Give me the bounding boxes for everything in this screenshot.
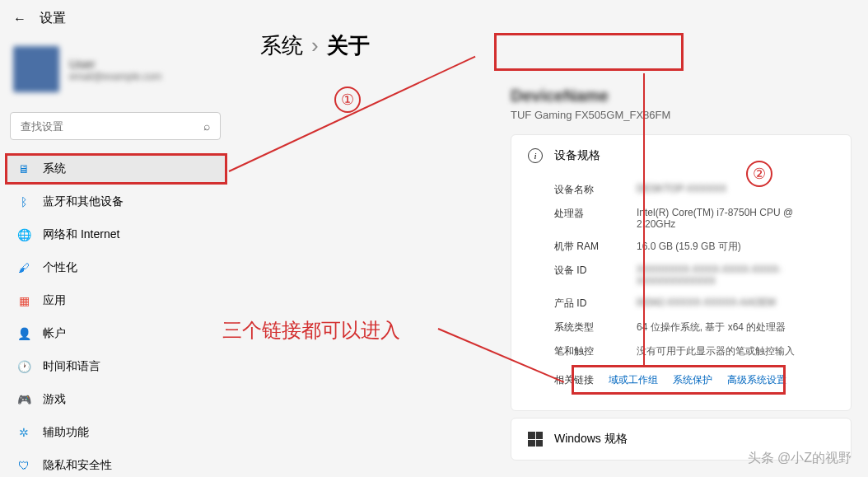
sidebar: User email@example.com ⌕ 🖥 系统 ᛒ 蓝牙和其他设备 … xyxy=(0,33,231,477)
user-info: User email@example.com xyxy=(69,57,161,82)
spec-value: 16.0 GB (15.9 GB 可用) xyxy=(637,240,834,254)
apps-icon: ▦ xyxy=(16,293,31,308)
spec-value: 00342-XXXXX-XXXXX-AAOEM xyxy=(637,297,834,311)
sidebar-item-accounts[interactable]: 👤 帐户 xyxy=(5,318,226,349)
sidebar-item-label: 蓝牙和其他设备 xyxy=(43,194,124,209)
sidebar-item-network[interactable]: 🌐 网络和 Internet xyxy=(5,219,226,250)
device-name-section: DeviceName TUF Gaming FX505GM_FX86FM xyxy=(511,80,852,134)
breadcrumb: 系统 › 关于 xyxy=(247,25,868,67)
sidebar-item-label: 隐私和安全性 xyxy=(43,458,112,473)
windows-icon xyxy=(528,432,543,447)
user-section[interactable]: User email@example.com xyxy=(0,33,231,105)
avatar xyxy=(13,46,59,92)
search-icon: ⌕ xyxy=(203,119,210,133)
spec-label: 笔和触控 xyxy=(554,344,637,358)
spec-value: XXXXXXXX-XXXX-XXXX-XXXX-XXXXXXXXXXXX xyxy=(637,264,834,287)
sidebar-item-time[interactable]: 🕐 时间和语言 xyxy=(5,351,226,382)
sidebar-item-label: 辅助功能 xyxy=(43,425,89,440)
privacy-icon: 🛡 xyxy=(16,458,31,473)
back-arrow-icon[interactable]: ← xyxy=(13,12,26,26)
spec-label: 产品 ID xyxy=(554,297,637,311)
search-input[interactable] xyxy=(21,120,203,133)
specs-title: 设备规格 xyxy=(554,148,600,163)
spec-label: 设备 ID xyxy=(554,264,637,287)
sidebar-item-label: 网络和 Internet xyxy=(43,227,119,242)
device-specs-card: i 设备规格 设备名称DESKTOP-XXXXXX处理器Intel(R) Cor… xyxy=(511,134,852,411)
bluetooth-icon: ᛒ xyxy=(16,194,31,209)
spec-value: DESKTOP-XXXXXX xyxy=(637,183,834,197)
main-content: 系统 › 关于 DeviceName TUF Gaming FX505GM_FX… xyxy=(247,25,868,461)
accessibility-icon: ✲ xyxy=(16,425,31,440)
sidebar-item-system[interactable]: 🖥 系统 xyxy=(5,153,226,185)
spec-label: 机带 RAM xyxy=(554,240,637,254)
spec-row: 机带 RAM16.0 GB (15.9 GB 可用) xyxy=(528,235,834,259)
breadcrumb-parent[interactable]: 系统 xyxy=(260,31,303,60)
windows-specs-title: Windows 规格 xyxy=(554,432,628,447)
sidebar-item-gaming[interactable]: 🎮 游戏 xyxy=(5,384,226,415)
spec-row: 笔和触控没有可用于此显示器的笔或触控输入 xyxy=(528,339,834,363)
header-title: 设置 xyxy=(40,10,66,27)
sidebar-item-label: 系统 xyxy=(43,161,66,176)
personalization-icon: 🖌 xyxy=(16,260,31,275)
spec-value: 64 位操作系统, 基于 x64 的处理器 xyxy=(637,320,834,334)
spec-row: 设备 IDXXXXXXXX-XXXX-XXXX-XXXX-XXXXXXXXXXX… xyxy=(528,259,834,292)
related-links: 相关链接 域或工作组 系统保护 高级系统设置 xyxy=(528,363,834,397)
nav-list: 🖥 系统 ᛒ 蓝牙和其他设备 🌐 网络和 Internet 🖌 个性化 ▦ 应用… xyxy=(0,153,231,477)
info-icon: i xyxy=(528,148,543,163)
sidebar-item-label: 应用 xyxy=(43,293,66,308)
spec-row: 系统类型64 位操作系统, 基于 x64 的处理器 xyxy=(528,316,834,339)
related-links-label: 相关链接 xyxy=(554,373,594,387)
chevron-right-icon: › xyxy=(311,33,319,58)
spec-value: 没有可用于此显示器的笔或触控输入 xyxy=(637,344,834,358)
gaming-icon: 🎮 xyxy=(16,392,31,407)
specs-header[interactable]: i 设备规格 xyxy=(528,148,834,163)
accounts-icon: 👤 xyxy=(16,326,31,341)
spec-row: 设备名称DESKTOP-XXXXXX xyxy=(528,178,834,202)
sidebar-item-label: 帐户 xyxy=(43,326,66,341)
sidebar-item-privacy[interactable]: 🛡 隐私和安全性 xyxy=(5,450,226,477)
link-domain[interactable]: 域或工作组 xyxy=(609,373,658,387)
link-advanced-settings[interactable]: 高级系统设置 xyxy=(727,373,786,387)
sidebar-item-label: 时间和语言 xyxy=(43,359,100,374)
device-model: TUF Gaming FX505GM_FX86FM xyxy=(511,109,852,121)
search-input-container[interactable]: ⌕ xyxy=(10,112,221,140)
sidebar-item-bluetooth[interactable]: ᛒ 蓝牙和其他设备 xyxy=(5,186,226,217)
spec-row: 处理器Intel(R) Core(TM) i7-8750H CPU @ 2.20… xyxy=(528,202,834,235)
spec-label: 处理器 xyxy=(554,207,637,230)
watermark: 头条 @小Z的视野 xyxy=(748,450,852,467)
spec-label: 系统类型 xyxy=(554,320,637,334)
sidebar-item-accessibility[interactable]: ✲ 辅助功能 xyxy=(5,417,226,448)
link-system-protection[interactable]: 系统保护 xyxy=(673,373,712,387)
spec-row: 产品 ID00342-XXXXX-XXXXX-AAOEM xyxy=(528,292,834,316)
breadcrumb-current: 关于 xyxy=(327,31,370,60)
system-icon: 🖥 xyxy=(16,161,31,176)
spec-value: Intel(R) Core(TM) i7-8750H CPU @ 2.20GHz xyxy=(637,207,834,230)
time-icon: 🕐 xyxy=(16,359,31,374)
sidebar-item-label: 个性化 xyxy=(43,260,77,275)
sidebar-item-apps[interactable]: ▦ 应用 xyxy=(5,285,226,316)
network-icon: 🌐 xyxy=(16,227,31,242)
sidebar-item-label: 游戏 xyxy=(43,392,66,407)
sidebar-item-personalization[interactable]: 🖌 个性化 xyxy=(5,252,226,283)
spec-label: 设备名称 xyxy=(554,183,637,197)
